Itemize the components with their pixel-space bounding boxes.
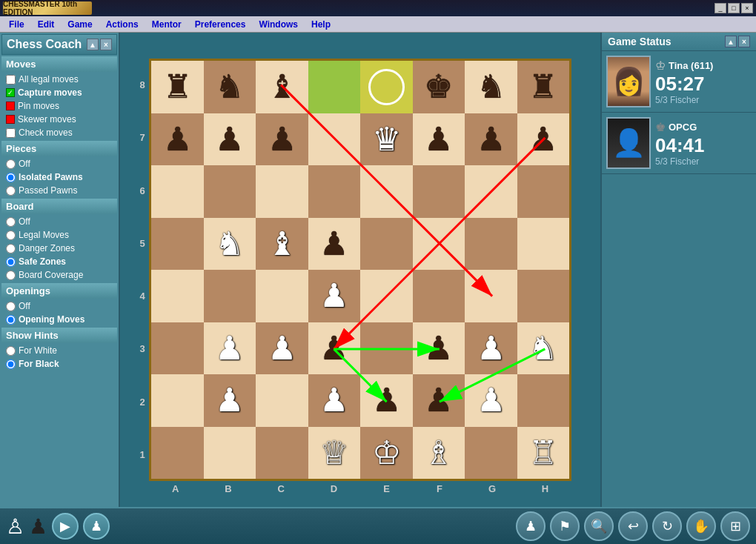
square-f2[interactable]: ♟ [413,374,465,427]
radio-danger-zones[interactable] [6,244,16,253]
square-b3[interactable]: ♟ [204,322,256,375]
square-c4[interactable] [256,270,308,322]
square-b4[interactable] [204,270,256,322]
square-a2[interactable] [151,374,204,427]
square-d8[interactable] [308,61,361,113]
square-h2[interactable] [517,374,570,427]
square-h1[interactable]: ♖ [517,427,570,480]
square-a6[interactable] [151,165,204,218]
radio-legal-moves[interactable] [6,230,16,240]
square-c1[interactable] [256,427,308,480]
square-h7[interactable]: ♟ [517,113,570,166]
square-f1[interactable]: ♗ [413,427,465,480]
square-b6[interactable] [204,165,256,218]
square-d4[interactable]: ♟ [308,270,361,322]
square-c7[interactable]: ♟ [256,113,308,166]
radio-board-off[interactable] [6,217,16,227]
square-b5[interactable]: ♞ [204,218,256,271]
option-board-coverage[interactable]: Board Coverage [1,268,117,282]
square-f7[interactable]: ♟ [413,113,465,166]
close-button[interactable]: × [741,3,753,13]
nav-person-button[interactable]: ♟ [83,513,110,540]
option-isolated-pawns[interactable]: Isolated Pawns [1,170,117,184]
square-e3[interactable] [360,322,413,375]
checkbox-check-moves[interactable] [6,128,16,138]
square-f4[interactable] [413,270,465,322]
menu-edit[interactable]: Edit [32,18,61,31]
option-for-black[interactable]: For Black [1,357,117,371]
window-controls[interactable]: _ □ × [714,3,753,13]
square-h4[interactable] [517,270,570,322]
square-d7[interactable] [308,113,361,166]
square-g6[interactable] [465,165,517,218]
option-capture-moves[interactable]: ✓ Capture moves [1,86,117,99]
nav-play-button[interactable]: ▶ [52,513,79,540]
square-a8[interactable]: ♜ [151,61,204,113]
menu-actions[interactable]: Actions [100,18,145,31]
action-btn-magnify[interactable]: 🔍 [584,511,614,541]
menu-game[interactable]: Game [62,18,98,31]
square-e8[interactable] [360,61,413,113]
radio-for-black[interactable] [6,359,16,369]
maximize-button[interactable]: □ [728,3,740,13]
square-h5[interactable] [517,218,570,271]
action-btn-flag[interactable]: ⚑ [550,511,580,541]
square-h8[interactable]: ♜ [517,61,570,113]
radio-safe-zones[interactable] [6,257,16,267]
option-legal-moves[interactable]: Legal Moves [1,228,117,242]
action-btn-grid[interactable]: ⊞ [720,511,750,541]
square-c2[interactable] [256,374,308,427]
square-g8[interactable]: ♞ [465,61,517,113]
game-status-controls[interactable]: ▲ × [725,36,750,47]
square-a1[interactable] [151,427,204,480]
square-e2[interactable]: ♟ [360,374,413,427]
square-e5[interactable] [360,218,413,271]
square-f8[interactable]: ♚ [413,61,465,113]
square-c8[interactable]: ♝ [256,61,308,113]
gs-minimize-btn[interactable]: ▲ [725,36,737,47]
square-g3[interactable]: ♟ [465,322,517,375]
square-g2[interactable]: ♟ [465,374,517,427]
option-all-legal-moves[interactable]: All legal moves [1,73,117,86]
radio-for-white[interactable] [6,346,16,356]
chess-board[interactable]: ♜♞♝♚♞♜♟♟♟♛♟♟♟♞♝♟♟♟♟♟♟♟♞♟♟♟♟♟♕♔♗♖ [149,59,571,481]
menu-preferences[interactable]: Preferences [189,18,252,31]
minimize-button[interactable]: _ [714,3,726,13]
square-c5[interactable]: ♝ [256,218,308,271]
checkbox-all-legal-moves[interactable] [6,75,16,84]
radio-passed-pawns[interactable] [6,186,16,196]
square-a5[interactable] [151,218,204,271]
square-d5[interactable]: ♟ [308,218,361,271]
coach-close-btn[interactable]: × [100,39,112,50]
action-btn-hand[interactable]: ✋ [686,511,716,541]
menu-mentor[interactable]: Mentor [146,18,188,31]
option-openings-off[interactable]: Off [1,299,117,313]
radio-pieces-off[interactable] [6,159,16,169]
gs-close-btn[interactable]: × [738,36,750,47]
square-g4[interactable] [465,270,517,322]
coach-minimize-btn[interactable]: ▲ [87,39,99,50]
option-board-off[interactable]: Off [1,215,117,228]
square-b2[interactable]: ♟ [204,374,256,427]
square-a4[interactable] [151,270,204,322]
square-a3[interactable] [151,322,204,375]
square-d2[interactable]: ♟ [308,374,361,427]
option-skewer-moves[interactable]: Skewer moves [1,113,117,126]
square-d3[interactable]: ♟ [308,322,361,375]
square-b1[interactable] [204,427,256,480]
action-btn-redo[interactable]: ↻ [652,511,682,541]
square-e7[interactable]: ♛ [360,113,413,166]
square-e4[interactable] [360,270,413,322]
option-passed-pawns[interactable]: Passed Pawns [1,184,117,197]
option-pin-moves[interactable]: Pin moves [1,99,117,113]
square-h3[interactable]: ♞ [517,322,570,375]
square-d1[interactable]: ♕ [308,427,361,480]
menu-file[interactable]: File [3,18,30,31]
option-pieces-off[interactable]: Off [1,157,117,170]
square-e6[interactable] [360,165,413,218]
square-h6[interactable] [517,165,570,218]
square-g5[interactable] [465,218,517,271]
square-b8[interactable]: ♞ [204,61,256,113]
option-for-white[interactable]: For White [1,344,117,357]
square-c3[interactable]: ♟ [256,322,308,375]
